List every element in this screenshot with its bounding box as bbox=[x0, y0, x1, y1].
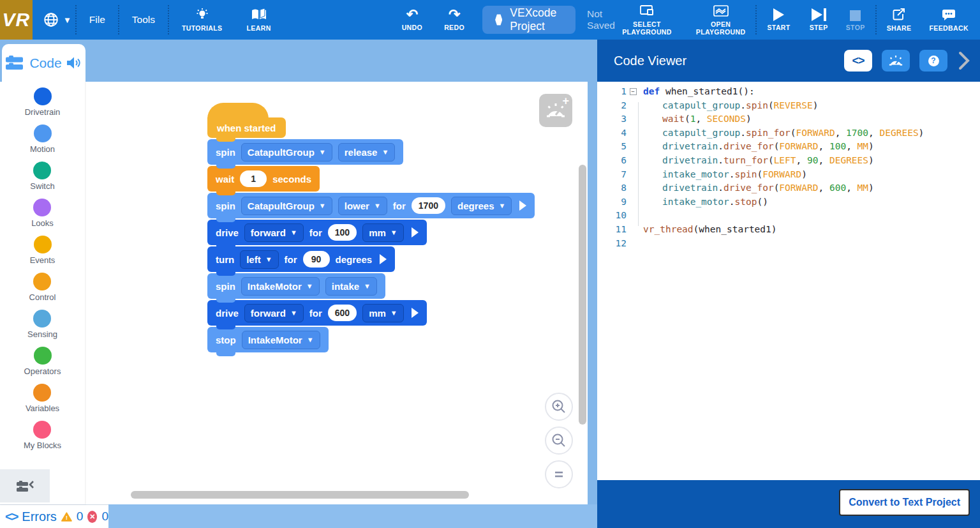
palette-category-switch[interactable]: Switch bbox=[30, 162, 54, 191]
file-menu[interactable]: File bbox=[80, 9, 114, 31]
category-label: Motion bbox=[30, 144, 55, 154]
vr-logo[interactable]: VR bbox=[0, 0, 33, 40]
block-dropdown-catapultgroup[interactable]: CatapultGroup▼ bbox=[241, 197, 332, 215]
category-color-dot[interactable] bbox=[33, 421, 51, 439]
block-expand-arrow[interactable] bbox=[412, 308, 419, 318]
drive-forward-600-block[interactable]: driveforward▼for600mm▼ bbox=[207, 300, 427, 326]
chevron-down-icon: ▼ bbox=[499, 202, 506, 209]
block-number-input[interactable]: 1700 bbox=[412, 197, 445, 214]
step-button[interactable]: STEP bbox=[806, 8, 832, 31]
indent-guide bbox=[638, 102, 639, 226]
block-dropdown-forward[interactable]: forward▼ bbox=[244, 223, 304, 242]
speaker-icon[interactable] bbox=[66, 56, 82, 70]
block-dropdown-catapultgroup[interactable]: CatapultGroup▼ bbox=[241, 143, 332, 162]
tools-menu[interactable]: Tools bbox=[123, 9, 164, 31]
globe-icon bbox=[43, 11, 59, 28]
block-dropdown-lower[interactable]: lower▼ bbox=[338, 197, 387, 215]
palette-category-looks[interactable]: Looks bbox=[31, 199, 54, 228]
block-number-input[interactable]: 1 bbox=[240, 170, 267, 187]
code-text: vr_thread(when_started1) bbox=[639, 223, 777, 237]
monitor-console-button[interactable]: + bbox=[539, 94, 572, 127]
block-expand-arrow[interactable] bbox=[380, 254, 387, 264]
turn-left-90-block[interactable]: turnleft▼for90degrees bbox=[207, 246, 395, 272]
block-dropdown-intake[interactable]: intake▼ bbox=[325, 277, 377, 296]
stop-intake-block[interactable]: stopIntakeMotor▼ bbox=[207, 327, 329, 352]
spin-intake-block[interactable]: spinIntakeMotor▼intake▼ bbox=[207, 273, 385, 299]
canvas-vertical-scrollbar[interactable] bbox=[579, 165, 586, 425]
dashboard-button[interactable] bbox=[882, 50, 910, 72]
category-color-dot[interactable] bbox=[34, 124, 52, 142]
category-color-dot[interactable] bbox=[33, 162, 51, 179]
language-menu[interactable]: ▼ bbox=[43, 11, 71, 28]
category-color-dot[interactable] bbox=[33, 199, 51, 216]
stop-button[interactable]: STOP bbox=[842, 9, 869, 31]
start-button[interactable]: START bbox=[763, 8, 794, 31]
category-color-dot[interactable] bbox=[33, 384, 51, 402]
block-dropdown-release[interactable]: release▼ bbox=[338, 143, 396, 162]
code-view-button[interactable]: <> bbox=[844, 50, 872, 72]
tutorials-label: TUTORIALS bbox=[182, 24, 223, 32]
open-playground-button[interactable]: OPEN PLAYGROUND bbox=[692, 4, 750, 36]
palette-category-control[interactable]: Control bbox=[29, 273, 56, 302]
spin-catapult-lower-block[interactable]: spinCatapultGroup▼lower▼for1700degrees▼ bbox=[207, 193, 535, 218]
block-label: drive bbox=[216, 308, 239, 319]
category-color-dot[interactable] bbox=[33, 310, 51, 328]
collapse-palette-button[interactable] bbox=[0, 469, 50, 502]
help-button[interactable]: ? bbox=[919, 50, 947, 72]
category-color-dot[interactable] bbox=[34, 87, 52, 105]
redo-button[interactable]: ↷ REDO bbox=[440, 8, 468, 31]
block-number-input[interactable]: 600 bbox=[328, 305, 357, 321]
block-dropdown-mm[interactable]: mm▼ bbox=[362, 223, 404, 242]
fold-column bbox=[627, 209, 639, 223]
drive-forward-100-block[interactable]: driveforward▼for100mm▼ bbox=[207, 220, 427, 245]
code-fold-icon[interactable]: − bbox=[630, 88, 637, 95]
block-number-input[interactable]: 90 bbox=[303, 251, 330, 268]
palette-category-my-blocks[interactable]: My Blocks bbox=[24, 421, 61, 450]
category-color-dot[interactable] bbox=[34, 347, 52, 365]
project-title[interactable]: VEXcode Project bbox=[482, 6, 575, 34]
block-dropdown-intakemotor[interactable]: IntakeMotor▼ bbox=[241, 277, 320, 296]
learn-button[interactable]: LEARN bbox=[242, 8, 274, 32]
share-button[interactable]: SHARE bbox=[883, 8, 916, 32]
wait-block[interactable]: wait1seconds bbox=[207, 166, 320, 192]
programming-canvas[interactable]: when startedspinCatapultGroup▼release▼wa… bbox=[85, 82, 588, 504]
spin-catapult-release-block[interactable]: spinCatapultGroup▼release▼ bbox=[207, 139, 403, 165]
palette-category-variables[interactable]: Variables bbox=[26, 384, 59, 413]
chevron-down-icon: ▼ bbox=[265, 255, 272, 263]
zoom-reset-button[interactable] bbox=[545, 460, 573, 488]
canvas-horizontal-scrollbar[interactable] bbox=[131, 491, 469, 499]
lightbulb-icon bbox=[195, 8, 210, 22]
block-dropdown-mm[interactable]: mm▼ bbox=[362, 304, 404, 322]
warning-icon: ! bbox=[61, 511, 72, 523]
convert-to-text-button[interactable]: Convert to Text Project bbox=[839, 489, 970, 516]
equals-icon bbox=[551, 467, 567, 482]
palette-category-operators[interactable]: Operators bbox=[24, 347, 61, 376]
category-color-dot[interactable] bbox=[33, 273, 51, 290]
palette-category-motion[interactable]: Motion bbox=[30, 124, 55, 154]
undo-button[interactable]: ↶ UNDO bbox=[398, 8, 427, 31]
select-playground-button[interactable]: SELECT PLAYGROUND bbox=[617, 4, 676, 36]
errors-panel-toggle[interactable]: <> Errors ! 0 ✕ 0 bbox=[0, 504, 108, 528]
category-color-dot[interactable] bbox=[34, 236, 52, 253]
block-expand-arrow[interactable] bbox=[412, 227, 419, 238]
code-line-1: 1−def when_started1(): bbox=[597, 85, 980, 99]
palette-category-events[interactable]: Events bbox=[30, 236, 56, 265]
when-started-block[interactable]: when started bbox=[207, 103, 286, 138]
block-number-input[interactable]: 100 bbox=[328, 224, 357, 241]
palette-category-drivetrain[interactable]: Drivetrain bbox=[25, 87, 61, 117]
block-dropdown-degrees[interactable]: degrees▼ bbox=[451, 197, 512, 215]
block-dropdown-forward[interactable]: forward▼ bbox=[244, 304, 304, 322]
block-dropdown-left[interactable]: left▼ bbox=[240, 250, 278, 269]
zoom-out-button[interactable] bbox=[545, 426, 573, 455]
code-editor[interactable]: 1−def when_started1():2catapult_group.sp… bbox=[597, 82, 980, 480]
feedback-button[interactable]: FEEDBACK bbox=[925, 8, 972, 32]
tab-code[interactable]: Code bbox=[2, 44, 85, 82]
zoom-in-button[interactable] bbox=[545, 393, 573, 421]
collapse-panel-chevron[interactable] bbox=[957, 50, 971, 71]
block-dropdown-intakemotor[interactable]: IntakeMotor▼ bbox=[242, 331, 320, 349]
errors-bar: <> Errors ! 0 ✕ 0 bbox=[0, 504, 597, 528]
palette-category-sensing[interactable]: Sensing bbox=[27, 310, 57, 339]
block-expand-arrow[interactable] bbox=[519, 200, 526, 211]
block-notch bbox=[216, 245, 235, 249]
tutorials-button[interactable]: TUTORIALS bbox=[178, 8, 226, 32]
